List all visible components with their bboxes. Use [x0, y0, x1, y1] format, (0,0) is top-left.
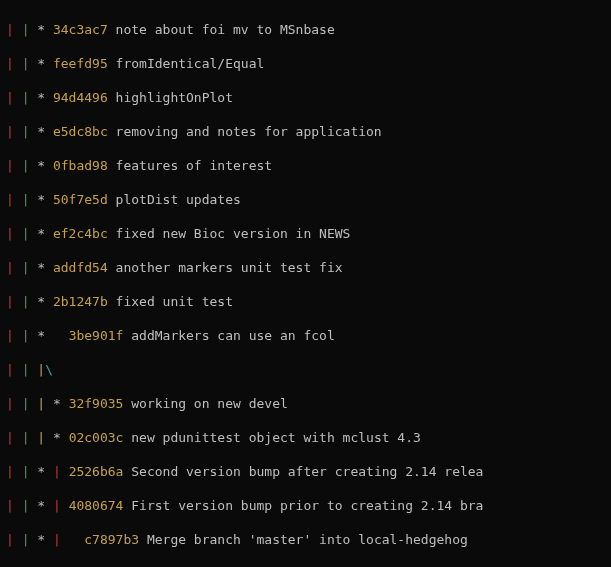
commit-line: | | * | 2526b6a Second version bump afte…: [6, 463, 605, 480]
commit-line: | | * e5dc8bc removing and notes for app…: [6, 123, 605, 140]
commit-hash: e5dc8bc: [53, 124, 108, 139]
commit-line: | | * addfd54 another markers unit test …: [6, 259, 605, 276]
commit-msg: addMarkers can use an fcol: [131, 328, 335, 343]
commit-msg: First version bump prior to creating 2.1…: [131, 498, 483, 513]
commit-msg: working on new devel: [131, 396, 288, 411]
commit-line: | | * 50f7e5d plotDist updates: [6, 191, 605, 208]
commit-line: | | * feefd95 fromIdentical/Equal: [6, 55, 605, 72]
commit-hash: 50f7e5d: [53, 192, 108, 207]
commit-line: | | * | 4080674 First version bump prior…: [6, 497, 605, 514]
commit-line: | | * | c7897b3 Merge branch 'master' in…: [6, 531, 605, 548]
commit-line: | | | * 32f9035 working on new devel: [6, 395, 605, 412]
commit-hash: 4080674: [69, 498, 124, 513]
commit-hash: ef2c4bc: [53, 226, 108, 241]
commit-msg: fromIdentical/Equal: [116, 56, 265, 71]
commit-line: | | * ef2c4bc fixed new Bioc version in …: [6, 225, 605, 242]
commit-line: | | * 2b1247b fixed unit test: [6, 293, 605, 310]
commit-hash: 3be901f: [69, 328, 124, 343]
commit-msg: note about foi mv to MSnbase: [116, 22, 335, 37]
commit-hash: addfd54: [53, 260, 108, 275]
commit-hash: 34c3ac7: [53, 22, 108, 37]
git-log-graph-terminal: | | * 34c3ac7 note about foi mv to MSnba…: [0, 0, 611, 567]
commit-msg: Second version bump after creating 2.14 …: [131, 464, 483, 479]
commit-hash: 02c003c: [69, 430, 124, 445]
commit-hash: 0fbad98: [53, 158, 108, 173]
commit-hash: 2526b6a: [69, 464, 124, 479]
commit-hash: c7897b3: [84, 532, 139, 547]
commit-msg: features of interest: [116, 158, 273, 173]
commit-msg: plotDist updates: [116, 192, 241, 207]
commit-line: | | * 94d4496 highlightOnPlot: [6, 89, 605, 106]
graph-line: | | |\: [6, 361, 605, 378]
commit-msg: fixed unit test: [116, 294, 233, 309]
commit-hash: feefd95: [53, 56, 108, 71]
commit-hash: 32f9035: [69, 396, 124, 411]
commit-msg: another markers unit test fix: [116, 260, 343, 275]
commit-line: | | | * 02c003c new pdunittest object wi…: [6, 429, 605, 446]
commit-line: | | * 3be901f addMarkers can use an fcol: [6, 327, 605, 344]
commit-hash: 94d4496: [53, 90, 108, 105]
commit-line: | | * 0fbad98 features of interest: [6, 157, 605, 174]
commit-msg: fixed new Bioc version in NEWS: [116, 226, 351, 241]
commit-msg: highlightOnPlot: [116, 90, 233, 105]
commit-hash: 2b1247b: [53, 294, 108, 309]
commit-line: | | * 34c3ac7 note about foi mv to MSnba…: [6, 21, 605, 38]
commit-msg: Merge branch 'master' into local-hedgeho…: [147, 532, 468, 547]
commit-msg: new pdunittest object with mclust 4.3: [131, 430, 421, 445]
commit-msg: removing and notes for application: [116, 124, 382, 139]
